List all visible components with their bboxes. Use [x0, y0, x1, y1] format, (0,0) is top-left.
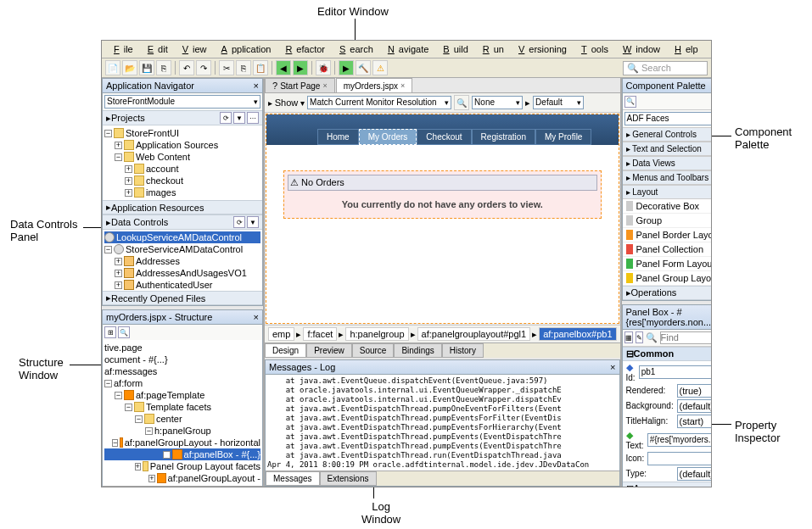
warning-button[interactable]: ⚠	[372, 60, 388, 75]
menu-refactor[interactable]: Refactor	[277, 42, 329, 56]
back-button[interactable]: ◀	[276, 60, 291, 75]
menu-build[interactable]: Build	[434, 42, 472, 56]
refresh-icon[interactable]: ⟳	[220, 112, 232, 124]
structure-icon2[interactable]: 🔍	[118, 326, 130, 338]
copy-button[interactable]: ⎘	[236, 60, 251, 75]
palette-item[interactable]: Panel Form Layout	[623, 257, 711, 271]
palette-group[interactable]: ▸ Data Views	[623, 156, 711, 170]
open-button[interactable]: 📂	[122, 60, 137, 75]
common-section[interactable]: ⊟ Common	[623, 347, 711, 361]
options-icon[interactable]: ⋯	[247, 112, 259, 124]
tree-node[interactable]: +af:panelGroupLayout -	[104, 472, 260, 484]
default-combo[interactable]: Default	[533, 96, 584, 109]
app-nav-tab[interactable]: My Orders	[359, 129, 417, 145]
new-button[interactable]: 📄	[105, 60, 120, 75]
app-nav-tab[interactable]: Registration	[472, 129, 535, 145]
breadcrumb-item[interactable]: emp	[268, 327, 294, 341]
close-icon[interactable]: ×	[254, 312, 259, 322]
inspector-icon2[interactable]: ✎	[636, 331, 643, 343]
tab-bindings[interactable]: Bindings	[394, 343, 441, 358]
app-combo[interactable]: StoreFrontModule	[104, 95, 260, 109]
menu-run[interactable]: Run	[474, 42, 508, 56]
tab-start-page[interactable]: ?Start Page ×	[265, 78, 335, 92]
tree-node[interactable]: +af:panelBox - #{...}	[104, 448, 260, 460]
appearance-section[interactable]: ⊞ Appearance	[623, 482, 711, 487]
structure-icon1[interactable]: ⊞	[104, 326, 116, 338]
resolution-combo[interactable]: Match Current Monitor Resolution	[307, 96, 451, 109]
menu-application[interactable]: Application	[213, 42, 276, 56]
tree-node[interactable]: +checkout	[104, 175, 260, 187]
prop-input[interactable]	[647, 452, 711, 465]
tree-node[interactable]: −Web Content	[104, 151, 260, 163]
menu-edit[interactable]: Edit	[139, 42, 172, 56]
menu-search[interactable]: Search	[331, 42, 378, 56]
filter-icon[interactable]: ▼	[247, 216, 259, 228]
close-icon[interactable]: ×	[610, 362, 615, 372]
palette-category-combo[interactable]: ADF Faces	[624, 112, 711, 125]
tab-preview[interactable]: Preview	[306, 343, 352, 358]
tree-node[interactable]: −StoreServiceAMDataControl	[104, 243, 260, 255]
operations-section[interactable]: ▸ Operations	[623, 286, 711, 300]
palette-item[interactable]: Panel Collection	[623, 242, 711, 257]
breadcrumb-item[interactable]: af:panelgrouplayout#pgl1	[417, 327, 531, 341]
tree-node[interactable]: −af:pageTemplate	[104, 389, 260, 401]
tree-node[interactable]: +AuthenticatedUser	[104, 279, 260, 291]
prop-combo[interactable]: (default)	[677, 467, 711, 481]
tab-design[interactable]: Design	[265, 343, 306, 358]
tree-node[interactable]: +Addresses	[104, 255, 260, 267]
forward-button[interactable]: ▶	[293, 60, 308, 75]
prop-input[interactable]	[639, 365, 711, 379]
tree-node[interactable]: +Application Sources	[104, 139, 260, 151]
design-preview[interactable]: HomeMy OrdersCheckoutRegistrationMy Prof…	[266, 114, 619, 324]
menu-navigate[interactable]: Navigate	[379, 42, 433, 56]
no-orders-panel[interactable]: ⚠ No Orders You currently do not have an…	[283, 170, 602, 219]
redo-button[interactable]: ↷	[196, 60, 211, 75]
tree-node[interactable]: tive.page	[104, 342, 260, 354]
tree-node[interactable]: −af:form	[104, 377, 260, 389]
debug-button[interactable]: 🐞	[316, 60, 331, 75]
tree-node[interactable]: +Panel Group Layout facets	[104, 460, 260, 472]
prop-combo[interactable]: (true)	[677, 384, 711, 398]
filter-icon[interactable]: ▼	[233, 112, 245, 124]
tab-messages[interactable]: Messages	[266, 471, 320, 486]
tree-node[interactable]: −Template facets	[104, 401, 260, 413]
structure-tree[interactable]: tive.pageocument - #{...}af:messages−af:…	[103, 340, 262, 486]
paste-button[interactable]: 📋	[253, 60, 268, 75]
refresh-icon[interactable]: ⟳	[233, 216, 245, 228]
data-controls-section[interactable]: ▸ Data Controls ⟳▼	[103, 214, 262, 230]
tree-node[interactable]: ocument - #{...}	[104, 354, 260, 365]
save-button[interactable]: 💾	[139, 60, 154, 75]
find-input[interactable]	[660, 331, 711, 344]
tree-node[interactable]: −StoreFrontUI	[104, 127, 260, 139]
prop-input[interactable]	[647, 433, 711, 447]
palette-items[interactable]: Decorative BoxGroupPanel Border LayoutPa…	[623, 199, 711, 286]
tree-node[interactable]: +account	[104, 163, 260, 175]
palette-item[interactable]: Panel Border Layout	[623, 228, 711, 242]
tab-myorders-jspx[interactable]: myOrders.jspx ×	[336, 78, 413, 92]
tab-source[interactable]: Source	[352, 343, 395, 358]
tree-node[interactable]: −af:panelGroupLayout - horizontal	[104, 437, 260, 448]
app-nav-tab[interactable]: Checkout	[417, 129, 471, 145]
tree-node[interactable]: +AddressesAndUsagesVO1	[104, 267, 260, 279]
zoom-button[interactable]: 🔍	[454, 95, 469, 110]
tree-node[interactable]: −center	[104, 413, 260, 425]
inspector-icon1[interactable]: ▦	[624, 331, 633, 343]
projects-section[interactable]: ▸ Projects ⟳▼⋯	[103, 110, 262, 125]
menu-versioning[interactable]: Versioning	[510, 42, 571, 56]
tree-node[interactable]: LookupServiceAMDataControl	[104, 231, 260, 243]
save-all-button[interactable]: ⎘	[156, 60, 171, 75]
palette-item[interactable]: Group	[623, 214, 711, 228]
breadcrumb-item[interactable]: h:panelgroup	[345, 327, 408, 341]
tree-node[interactable]: +images	[104, 187, 260, 198]
data-controls-tree[interactable]: LookupServiceAMDataControl−StoreServiceA…	[103, 230, 262, 291]
palette-item[interactable]: Decorative Box	[623, 199, 711, 214]
app-nav-tab[interactable]: Home	[317, 129, 359, 145]
app-resources-section[interactable]: ▸ Application Resources	[103, 200, 262, 214]
app-nav-tab[interactable]: My Profile	[535, 129, 591, 145]
project-tree[interactable]: −StoreFrontUI+Application Sources−Web Co…	[103, 125, 262, 200]
undo-button[interactable]: ↶	[179, 60, 194, 75]
cut-button[interactable]: ✂	[219, 60, 234, 75]
menu-window[interactable]: Window	[614, 42, 664, 56]
global-search[interactable]: 🔍 Search	[623, 61, 708, 75]
breadcrumb-item[interactable]: af:panelbox#pb1	[539, 327, 616, 341]
